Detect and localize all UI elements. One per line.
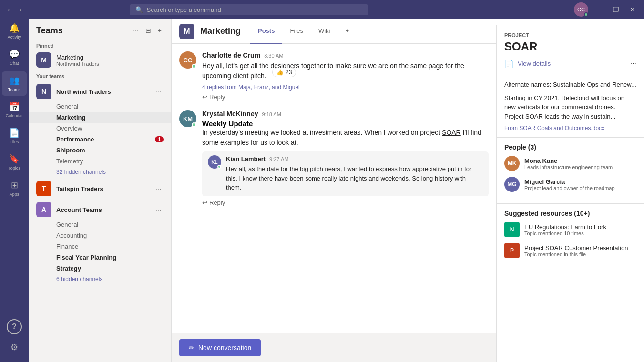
resource-eu-info: EU Regulations: Farm to Fork Topic menti… — [524, 223, 606, 236]
kian-author: Kian Lambert — [226, 155, 266, 162]
channel-header-icon: M — [179, 24, 194, 39]
team-account-options[interactable]: ··· — [154, 204, 164, 215]
tab-posts[interactable]: Posts — [250, 19, 282, 44]
channel-finance[interactable]: Finance — [29, 241, 171, 252]
person-mona[interactable]: MK Mona Kane Leads infrastructure engine… — [504, 156, 636, 171]
activity-label: Activity — [8, 35, 21, 40]
message-2-time: 9:18 AM — [262, 111, 281, 117]
tab-files[interactable]: Files — [282, 19, 310, 44]
pinned-marketing-sub: Northwind Traders — [56, 61, 99, 67]
forward-button[interactable]: › — [16, 4, 26, 15]
pinned-marketing-text: Marketing Northwind Traders — [56, 54, 99, 67]
channel-marketing-label: Marketing — [56, 114, 85, 121]
soar-link[interactable]: SOAR — [442, 129, 461, 136]
pinned-item-marketing[interactable]: M Marketing Northwind Traders — [29, 50, 171, 70]
search-input[interactable] — [147, 6, 362, 13]
message-1-content: Charlotte de Crum 8:30 AM Hey all, let's… — [202, 51, 489, 101]
icon-rail-bottom: ? ⚙ — [2, 319, 27, 362]
replies-link[interactable]: 4 replies from Maja, Franz, and Miguel — [202, 84, 489, 90]
sidebar-item-topics[interactable]: 🔖 Topics — [2, 150, 27, 174]
team-tailspin[interactable]: T Tailspin Traders ··· — [29, 177, 171, 198]
teams-nav: Teams ··· ⊟ + Pinned M Marketing Northwi… — [29, 0, 172, 362]
sidebar-item-apps[interactable]: ⊞ Apps — [2, 176, 27, 201]
nested-header: Kian Lambert 9:27 AM — [226, 155, 483, 162]
channel-fiscal[interactable]: Fiscal Year Planning — [29, 252, 171, 263]
nav-add-team[interactable]: + — [156, 25, 164, 36]
channel-marketing[interactable]: Marketing — [29, 112, 171, 123]
miguel-role: Project lead and owner of the roadmap — [524, 185, 615, 191]
tab-wiki-label: Wiki — [318, 27, 330, 34]
channel-general[interactable]: General — [29, 101, 171, 112]
channel-performance[interactable]: Performance 1 — [29, 134, 171, 145]
resource-eu[interactable]: N EU Regulations: Farm to Fork Topic men… — [504, 222, 636, 237]
message-group-1: CC Charlotte de Crum 8:30 AM Hey all, le… — [179, 51, 489, 101]
thumbs-up-icon: 👍 — [276, 69, 284, 76]
team-tailspin-options[interactable]: ··· — [154, 183, 164, 194]
reply-action-2[interactable]: ↩ Reply — [202, 199, 489, 206]
new-conversation-bar: ✏ New conversation — [172, 333, 496, 362]
popup-from[interactable]: From SOAR Goals and Outcomes.docx — [504, 125, 636, 131]
message-1-body: Hey all, let's get all the designers tog… — [202, 61, 489, 81]
popup-doc-icon: 📄 — [504, 59, 514, 68]
team-tailspin-icon: T — [36, 181, 51, 196]
tab-add[interactable]: + — [337, 19, 357, 44]
back-button[interactable]: ‹ — [4, 4, 14, 15]
channel-shiproom[interactable]: Shiproom — [29, 145, 171, 156]
resource-eu-icon: N — [504, 222, 520, 237]
mona-name: Mona Kane — [524, 157, 613, 164]
sidebar-item-help[interactable]: ? — [7, 319, 22, 334]
pinned-label: Pinned — [29, 40, 171, 50]
channel-strategy[interactable]: Strategy — [29, 263, 171, 274]
popup-more-icon[interactable]: ··· — [630, 60, 636, 68]
main-content: M Marketing Posts Files Wiki + ··· ℹ 🎥 M… — [172, 0, 644, 362]
account-hidden-channels[interactable]: 6 hidden channels — [29, 274, 171, 284]
files-label: Files — [10, 140, 19, 144]
channel-overview[interactable]: Overview — [29, 123, 171, 134]
channel-accounting[interactable]: Accounting — [29, 230, 171, 241]
sidebar-item-calendar[interactable]: 📅 Calendar — [2, 98, 27, 122]
files-icon: 📄 — [9, 128, 20, 138]
reply-label-2: Reply — [209, 199, 225, 206]
maximize-button[interactable]: ❐ — [610, 5, 622, 14]
user-avatar[interactable]: CC — [574, 2, 588, 17]
team-account[interactable]: A Account Teams ··· — [29, 198, 171, 219]
close-button[interactable]: ✕ — [627, 5, 638, 14]
northwind-hidden-channels[interactable]: 32 hidden channels — [29, 167, 171, 177]
channel-accounting-label: Accounting — [56, 232, 87, 239]
avatar-kian: KL — [208, 155, 221, 169]
online-indicator — [584, 12, 588, 17]
sidebar-item-teams[interactable]: 👥 Teams — [2, 71, 27, 96]
new-conversation-button[interactable]: ✏ New conversation — [179, 339, 261, 356]
search-bar[interactable]: 🔍 — [130, 4, 368, 15]
nav-more-options[interactable]: ··· — [131, 25, 141, 36]
new-conversation-label: New conversation — [198, 344, 251, 352]
tab-posts-label: Posts — [258, 27, 275, 34]
sidebar-item-activity[interactable]: 🔔 Activity — [2, 19, 27, 43]
titlebar-actions: CC — ❐ ✕ — [568, 2, 644, 17]
tab-wiki[interactable]: Wiki — [311, 19, 338, 44]
popup-description-section: Alternate names: Sustainable Ops and Ren… — [497, 74, 644, 138]
reply-action-1[interactable]: ↩ Reply — [202, 93, 489, 101]
team-northwind-options[interactable]: ··· — [154, 86, 164, 97]
channel-telemetry[interactable]: Telemetry — [29, 156, 171, 167]
resource-soar-info: Project SOAR Customer Presentation Topic… — [524, 244, 628, 257]
minimize-button[interactable]: — — [593, 5, 605, 14]
person-miguel[interactable]: MG Miguel Garcia Project lead and owner … — [504, 177, 636, 192]
pinned-marketing-name: Marketing — [56, 54, 99, 61]
calendar-icon: 📅 — [9, 101, 20, 112]
team-northwind[interactable]: N Northwind Traders ··· — [29, 80, 171, 101]
message-1-reaction[interactable]: 👍 23 — [272, 68, 296, 77]
resource-soar[interactable]: P Project SOAR Customer Presentation Top… — [504, 243, 636, 258]
chat-icon: 💬 — [9, 49, 20, 60]
channel-account-general[interactable]: General — [29, 219, 171, 230]
nav-filter[interactable]: ⊟ — [143, 25, 153, 36]
nav-header-actions: ··· ⊟ + — [131, 25, 164, 36]
popup-actions: 📄 View details ··· — [497, 59, 644, 74]
sidebar-item-settings[interactable]: ⚙ — [2, 338, 27, 356]
pinned-marketing-icon: M — [36, 52, 51, 68]
performance-badge: 1 — [155, 136, 164, 142]
sidebar-item-files[interactable]: 📄 Files — [2, 124, 27, 148]
popup-view-details[interactable]: View details — [518, 60, 551, 67]
titlebar-nav: ‹ › — [0, 4, 29, 15]
sidebar-item-chat[interactable]: 💬 Chat — [2, 45, 27, 70]
